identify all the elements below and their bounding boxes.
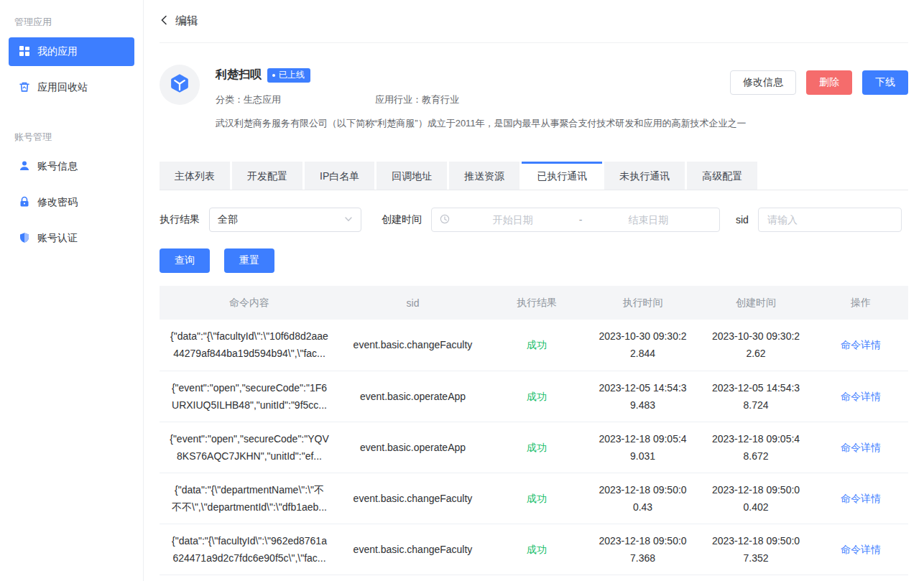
col-exec-time: 执行时间 bbox=[587, 286, 698, 320]
command-detail-link[interactable]: 命令详情 bbox=[841, 391, 881, 402]
main-content: 编辑 利楚扫呗 已上线 bbox=[144, 0, 924, 581]
col-command: 命令内容 bbox=[160, 286, 339, 320]
table-row: {"data":"{\"facultyId\":\"10f6d8d2aae442… bbox=[160, 320, 908, 371]
col-action: 操作 bbox=[813, 286, 908, 320]
command-detail-link[interactable]: 命令详情 bbox=[841, 339, 881, 350]
chevron-left-icon bbox=[160, 14, 169, 29]
col-create-time: 创建时间 bbox=[698, 286, 813, 320]
tab-subject-list[interactable]: 主体列表 bbox=[160, 162, 230, 190]
time-filter-label: 创建时间 bbox=[382, 213, 422, 226]
app-category: 分类：生态应用 bbox=[216, 93, 375, 106]
clock-icon bbox=[440, 214, 450, 226]
sid-input[interactable] bbox=[758, 208, 902, 232]
user-icon bbox=[19, 160, 30, 174]
cell-sid: event.basic.operateApp bbox=[339, 371, 486, 422]
sidebar-section-label-app-management: 管理应用 bbox=[14, 16, 129, 29]
result-select-value: 全部 bbox=[218, 213, 238, 226]
sid-filter-label: sid bbox=[736, 214, 749, 226]
table-row: {"event":"open","secureCode":"1F6URXIUQ5… bbox=[160, 371, 908, 422]
cell-result: 成功 bbox=[486, 371, 587, 422]
status-badge: 已上线 bbox=[267, 68, 310, 83]
tab-unexecuted-comms[interactable]: 未执行通讯 bbox=[604, 162, 685, 190]
sidebar-item-label: 我的应用 bbox=[37, 45, 78, 58]
reset-button[interactable]: 重置 bbox=[224, 248, 274, 273]
cell-command: {"event":"open","secureCode":"YQV8KS76AQ… bbox=[160, 422, 339, 473]
shield-icon bbox=[19, 232, 30, 246]
app-name-row: 利楚扫呗 已上线 bbox=[216, 68, 747, 83]
filter-row: 执行结果 全部 创建时间 - sid bbox=[160, 208, 908, 232]
command-detail-link[interactable]: 命令详情 bbox=[841, 493, 881, 504]
offline-button[interactable]: 下线 bbox=[862, 70, 908, 95]
page-title: 编辑 bbox=[175, 14, 198, 29]
back-link[interactable]: 编辑 bbox=[160, 0, 908, 43]
sidebar-spacer bbox=[9, 109, 134, 128]
result-filter-label: 执行结果 bbox=[160, 213, 200, 226]
sidebar-item-label: 修改密码 bbox=[37, 196, 78, 209]
tab-ip-whitelist[interactable]: IP白名单 bbox=[305, 162, 374, 190]
table-header: 命令内容 sid 执行结果 执行时间 创建时间 操作 bbox=[160, 286, 908, 320]
cell-command: {"data":"{\"facultyId\":\"962ed8761a6244… bbox=[160, 524, 339, 575]
col-sid: sid bbox=[339, 286, 486, 320]
sidebar-item-label: 账号认证 bbox=[37, 232, 78, 245]
grid-icon bbox=[19, 45, 30, 59]
cell-command: {"data":"{\"departmentName\":\"不不不\",\"d… bbox=[160, 473, 339, 524]
command-detail-link[interactable]: 命令详情 bbox=[841, 442, 881, 453]
tab-advanced-config[interactable]: 高级配置 bbox=[687, 162, 757, 190]
sidebar-section-label-account-management: 账号管理 bbox=[14, 131, 129, 144]
cell-exec-time: 2023-12-05 14:54:39.483 bbox=[587, 371, 698, 422]
cell-create-time: 2023-12-18 09:50:00.402 bbox=[698, 473, 813, 524]
sidebar-item-account-info[interactable]: 账号信息 bbox=[9, 152, 134, 181]
end-date-input[interactable] bbox=[585, 214, 711, 226]
command-detail-link[interactable]: 命令详情 bbox=[841, 544, 881, 555]
delete-button[interactable]: 删除 bbox=[806, 70, 852, 95]
search-button[interactable]: 查询 bbox=[160, 248, 210, 273]
date-range-picker[interactable]: - bbox=[431, 208, 720, 232]
app-name: 利楚扫呗 bbox=[216, 68, 262, 83]
app-industry: 应用行业：教育行业 bbox=[375, 93, 459, 106]
app-action-buttons: 修改信息 删除 下线 bbox=[730, 70, 908, 95]
cell-exec-time: 2023-12-18 09:50:00.43 bbox=[587, 473, 698, 524]
app-description: 武汉利楚商务服务有限公司（以下简称“利楚商服”）成立于2011年，是国内最早从事… bbox=[216, 117, 747, 130]
cell-exec-time: 2023-12-18 09:05:49.031 bbox=[587, 422, 698, 473]
sidebar-item-label: 应用回收站 bbox=[37, 81, 88, 94]
app-meta-row: 分类：生态应用 应用行业：教育行业 bbox=[216, 93, 747, 106]
sidebar-item-my-apps[interactable]: 我的应用 bbox=[9, 37, 134, 66]
cell-exec-time: 2023-10-30 09:30:22.844 bbox=[587, 320, 698, 371]
cell-create-time: 2023-12-18 09:50:07.352 bbox=[698, 524, 813, 575]
start-date-input[interactable] bbox=[450, 214, 576, 226]
cell-sid: event.basic.changeFaculty bbox=[339, 473, 486, 524]
page-root: 管理应用 我的应用 应用回收站 账号管理 bbox=[0, 0, 924, 581]
sidebar-item-change-password[interactable]: 修改密码 bbox=[9, 188, 134, 217]
lock-icon bbox=[19, 196, 30, 210]
trash-icon bbox=[19, 81, 30, 95]
sidebar-item-label: 账号信息 bbox=[37, 160, 78, 173]
cell-sid: event.basic.changeFaculty bbox=[339, 524, 486, 575]
date-range-separator: - bbox=[576, 214, 586, 226]
result-select[interactable]: 全部 bbox=[209, 208, 361, 232]
app-info: 利楚扫呗 已上线 分类：生态应用 应用行业：教育行业 武汉利楚商务服务有限公司（… bbox=[216, 65, 747, 130]
app-info-section: 利楚扫呗 已上线 分类：生态应用 应用行业：教育行业 武汉利楚商务服务有限公司（… bbox=[160, 65, 908, 130]
cell-result: 成功 bbox=[486, 320, 587, 371]
cell-command: {"event":"open","secureCode":"1F6URXIUQ5… bbox=[160, 371, 339, 422]
cell-create-time: 2023-12-05 14:54:38.724 bbox=[698, 371, 813, 422]
col-result: 执行结果 bbox=[486, 286, 587, 320]
cell-result: 成功 bbox=[486, 524, 587, 575]
cell-create-time: 2023-10-30 09:30:22.62 bbox=[698, 320, 813, 371]
cell-result: 成功 bbox=[486, 473, 587, 524]
cell-exec-time: 2023-12-18 09:50:07.368 bbox=[587, 524, 698, 575]
tab-push-resources[interactable]: 推送资源 bbox=[449, 162, 519, 190]
cell-sid: event.basic.operateApp bbox=[339, 422, 486, 473]
tab-dev-config[interactable]: 开发配置 bbox=[232, 162, 302, 190]
sidebar-item-app-recycle-bin[interactable]: 应用回收站 bbox=[9, 73, 134, 102]
cell-create-time: 2023-12-18 09:05:48.672 bbox=[698, 422, 813, 473]
app-avatar bbox=[160, 65, 200, 105]
sidebar-item-account-verification[interactable]: 账号认证 bbox=[9, 224, 134, 253]
table-row: {"data":"{\"departmentName\":\"不不不\",\"d… bbox=[160, 473, 908, 524]
tab-callback-address[interactable]: 回调地址 bbox=[376, 162, 447, 190]
tab-bar: 主体列表 开发配置 IP白名单 回调地址 推送资源 已执行通讯 未执行通讯 高级… bbox=[160, 162, 908, 190]
edit-info-button[interactable]: 修改信息 bbox=[730, 70, 796, 95]
cell-sid: event.basic.changeFaculty bbox=[339, 320, 486, 371]
table-row: {"event":"open","secureCode":"YQV8KS76AQ… bbox=[160, 422, 908, 473]
tab-executed-comms[interactable]: 已执行通讯 bbox=[522, 162, 602, 190]
cell-command: {"data":"{\"facultyId\":\"10f6d8d2aae442… bbox=[160, 320, 339, 371]
